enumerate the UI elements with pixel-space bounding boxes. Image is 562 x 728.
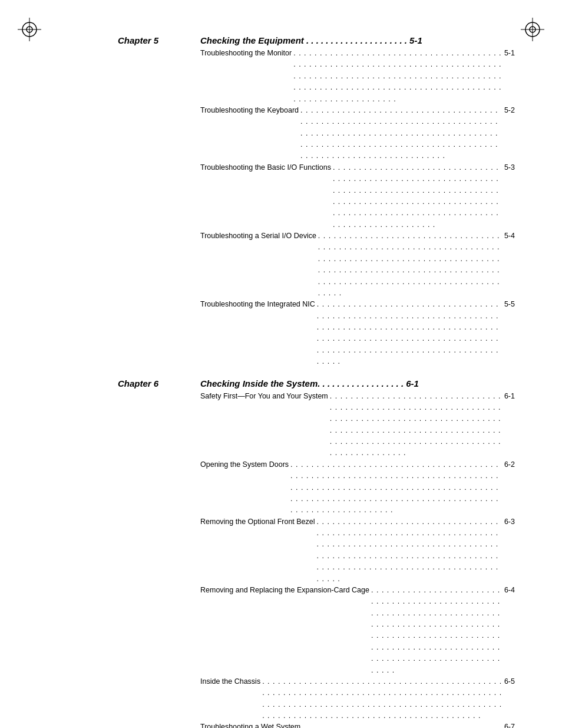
sub-entry-title-6-5: Troubleshooting a Wet System: [200, 722, 300, 728]
sub-entries-chapter-5: Troubleshooting the Monitor . . . . . . …: [200, 48, 515, 368]
sub-entry-dots-6-5: . . . . . . . . . . . . . . . . . . . . …: [302, 722, 503, 728]
corner-mark-tr: [521, 18, 544, 41]
sub-entry-page-5-0: 5-1: [504, 48, 515, 59]
sub-entry-page-5-3: 5-4: [504, 230, 515, 242]
sub-entry-dots-6-0: . . . . . . . . . . . . . . . . . . . . …: [330, 391, 503, 459]
sub-entry-dots-5-4: . . . . . . . . . . . . . . . . . . . . …: [317, 299, 503, 367]
sub-entry-6-0: Safety First—For You and Your System . .…: [200, 391, 515, 459]
sub-entry-dots-6-4: . . . . . . . . . . . . . . . . . . . . …: [262, 676, 503, 722]
sub-entry-dots-6-1: . . . . . . . . . . . . . . . . . . . . …: [290, 459, 503, 516]
sub-entries-chapter-6: Safety First—For You and Your System . .…: [200, 391, 515, 729]
chapter-row-5: Chapter 5Checking the Equipment . . . . …: [118, 35, 515, 45]
sub-entry-5-1: Troubleshooting the Keyboard . . . . . .…: [200, 105, 515, 162]
sub-entry-6-5: Troubleshooting a Wet System . . . . . .…: [200, 722, 515, 728]
sub-entry-6-2: Removing the Optional Front Bezel . . . …: [200, 516, 515, 585]
chapter-row-6: Chapter 6Checking Inside the System. . .…: [118, 378, 515, 388]
sub-entry-title-5-3: Troubleshooting a Serial I/O Device: [200, 230, 316, 242]
sub-entry-6-3: Removing and Replacing the Expansion-Car…: [200, 585, 515, 676]
sub-entry-title-6-0: Safety First—For You and Your System: [200, 391, 328, 402]
sub-entry-title-5-2: Troubleshooting the Basic I/O Functions: [200, 162, 331, 173]
sub-entry-dots-5-0: . . . . . . . . . . . . . . . . . . . . …: [293, 48, 503, 105]
chapter-title-6: Checking Inside the System. . . . . . . …: [200, 378, 419, 388]
sub-entry-6-4: Inside the Chassis . . . . . . . . . . .…: [200, 676, 515, 722]
sub-entry-title-6-3: Removing and Replacing the Expansion-Car…: [200, 585, 369, 596]
sub-entry-page-6-2: 6-3: [504, 516, 515, 528]
sub-entry-page-6-3: 6-4: [504, 585, 515, 596]
sub-entry-page-5-2: 5-3: [504, 162, 515, 173]
sub-entry-5-0: Troubleshooting the Monitor . . . . . . …: [200, 48, 515, 105]
sub-entry-title-6-4: Inside the Chassis: [200, 676, 260, 687]
sub-entry-dots-5-2: . . . . . . . . . . . . . . . . . . . . …: [333, 162, 503, 230]
sub-entry-5-3: Troubleshooting a Serial I/O Device . . …: [200, 230, 515, 299]
sub-entry-title-6-2: Removing the Optional Front Bezel: [200, 516, 315, 528]
sub-entry-5-4: Troubleshooting the Integrated NIC . . .…: [200, 299, 515, 367]
sub-entry-page-5-4: 5-5: [504, 299, 515, 310]
sub-entry-title-6-1: Opening the System Doors: [200, 459, 289, 470]
sub-entry-6-1: Opening the System Doors . . . . . . . .…: [200, 459, 515, 516]
sub-entry-dots-5-1: . . . . . . . . . . . . . . . . . . . . …: [300, 105, 503, 162]
sub-entry-page-6-4: 6-5: [504, 676, 515, 687]
sub-entry-title-5-4: Troubleshooting the Integrated NIC: [200, 299, 315, 310]
chapter-title-5: Checking the Equipment . . . . . . . . .…: [200, 35, 422, 45]
sub-entry-page-6-1: 6-2: [504, 459, 515, 470]
sub-entry-dots-5-3: . . . . . . . . . . . . . . . . . . . . …: [318, 230, 503, 299]
toc-chapter-5: Chapter 5Checking the Equipment . . . . …: [118, 35, 515, 368]
sub-entry-5-2: Troubleshooting the Basic I/O Functions …: [200, 162, 515, 230]
corner-mark-tl: [18, 18, 41, 41]
sub-entry-dots-6-3: . . . . . . . . . . . . . . . . . . . . …: [371, 585, 503, 676]
toc-content: Chapter 5Checking the Equipment . . . . …: [118, 35, 515, 728]
page: Chapter 5Checking the Equipment . . . . …: [0, 0, 562, 728]
sub-entry-page-6-0: 6-1: [504, 391, 515, 402]
sub-entry-page-6-5: 6-7: [504, 722, 515, 728]
sub-entry-page-5-1: 5-2: [504, 105, 515, 116]
sub-entry-title-5-0: Troubleshooting the Monitor: [200, 48, 292, 59]
toc-chapter-6: Chapter 6Checking Inside the System. . .…: [118, 378, 515, 729]
sub-entry-dots-6-2: . . . . . . . . . . . . . . . . . . . . …: [317, 516, 503, 585]
chapter-label-5: Chapter 5: [118, 35, 189, 45]
sub-entry-title-5-1: Troubleshooting the Keyboard: [200, 105, 299, 116]
chapter-label-6: Chapter 6: [118, 378, 189, 388]
